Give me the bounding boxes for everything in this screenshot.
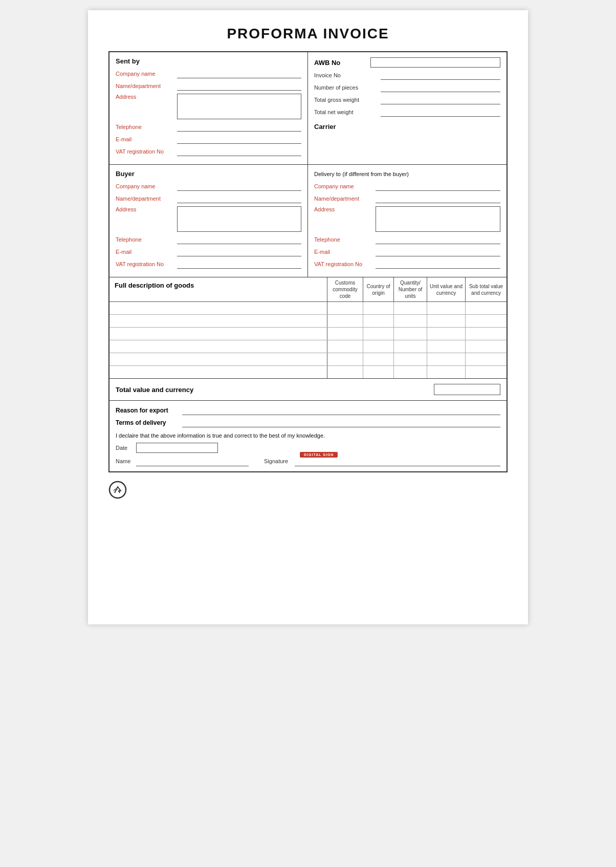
goods-customs-1[interactable] [327, 302, 363, 314]
col-country-header: Country of origin [363, 277, 394, 301]
goods-subtotal-2[interactable] [466, 315, 507, 327]
goods-subtotal-4[interactable] [466, 340, 507, 353]
sig-stamp: DIGITAL SIGN [300, 452, 338, 458]
vat-input-sent[interactable] [177, 147, 301, 156]
reason-input[interactable] [182, 406, 500, 415]
goods-customs-5[interactable] [327, 353, 363, 365]
telephone-label-delivery: Telephone [314, 236, 376, 243]
goods-desc-5[interactable] [109, 353, 327, 365]
goods-unitval-6[interactable] [427, 366, 465, 378]
reason-label: Reason for export [116, 407, 182, 414]
buyer-title: Buyer [116, 170, 301, 178]
address-label-buyer: Address [116, 206, 177, 212]
gross-weight-input[interactable] [381, 95, 500, 104]
goods-desc-header: Full description of goods [109, 277, 327, 301]
goods-row [109, 302, 507, 315]
telephone-label-sent: Telephone [116, 124, 177, 130]
goods-customs-4[interactable] [327, 340, 363, 353]
goods-desc-1[interactable] [109, 302, 327, 314]
goods-desc-6[interactable] [109, 366, 327, 378]
goods-unitval-5[interactable] [427, 353, 465, 365]
awb-label: AWB No [314, 59, 370, 67]
telephone-input-sent[interactable] [177, 122, 301, 132]
vat-label-delivery: VAT registration No [314, 261, 376, 267]
company-name-label-delivery: Company name [314, 183, 376, 189]
page-title: PROFORMA INVOICE [108, 26, 508, 42]
goods-quantity-3[interactable] [394, 328, 427, 340]
goods-unitval-1[interactable] [427, 302, 465, 314]
goods-country-3[interactable] [363, 328, 393, 340]
goods-quantity-4[interactable] [394, 340, 427, 353]
goods-country-6[interactable] [363, 366, 393, 378]
goods-row [109, 328, 507, 340]
goods-desc-2[interactable] [109, 315, 327, 327]
name-input[interactable] [136, 456, 249, 466]
email-input-delivery[interactable] [376, 247, 500, 256]
goods-subtotal-6[interactable] [466, 366, 507, 378]
goods-customs-2[interactable] [327, 315, 363, 327]
name-dept-input-buyer[interactable] [177, 194, 301, 203]
email-label-delivery: E-mail [314, 249, 376, 255]
goods-subtotal-5[interactable] [466, 353, 507, 365]
goods-row [109, 366, 507, 378]
name-dept-label-delivery: Name/department [314, 196, 376, 202]
goods-country-2[interactable] [363, 315, 393, 327]
goods-unitval-3[interactable] [427, 328, 465, 340]
signature-line: DIGITAL SIGN [295, 456, 500, 466]
telephone-input-buyer[interactable] [177, 235, 301, 244]
email-label-buyer: E-mail [116, 249, 177, 255]
net-weight-input[interactable] [381, 107, 500, 117]
email-input-sent[interactable] [177, 135, 301, 144]
email-input-buyer[interactable] [177, 247, 301, 256]
invoice-no-input[interactable] [381, 71, 500, 80]
goods-quantity-5[interactable] [394, 353, 427, 365]
goods-quantity-6[interactable] [394, 366, 427, 378]
goods-quantity-2[interactable] [394, 315, 427, 327]
col-quantity-header: Quantity/ Number of units [394, 277, 427, 301]
goods-subtotal-1[interactable] [466, 302, 507, 314]
goods-customs-6[interactable] [327, 366, 363, 378]
address-label-delivery: Address [314, 206, 376, 212]
sent-by-title: Sent by [116, 57, 301, 65]
vat-input-delivery[interactable] [376, 259, 500, 269]
col-customs-header: Customs commodity code [327, 277, 363, 301]
pieces-label: Number of pieces [314, 84, 381, 91]
goods-country-1[interactable] [363, 302, 393, 314]
goods-unitval-4[interactable] [427, 340, 465, 353]
goods-country-4[interactable] [363, 340, 393, 353]
company-name-input-sent[interactable] [177, 69, 301, 78]
pieces-input[interactable] [381, 83, 500, 92]
name-dept-input-sent[interactable] [177, 81, 301, 91]
name-label: Name [116, 458, 136, 464]
awb-input[interactable] [370, 57, 500, 68]
goods-quantity-1[interactable] [394, 302, 427, 314]
goods-desc-3[interactable] [109, 328, 327, 340]
gross-weight-label: Total gross weight [314, 97, 381, 103]
goods-country-5[interactable] [363, 353, 393, 365]
goods-unitval-2[interactable] [427, 315, 465, 327]
total-input[interactable] [434, 384, 500, 395]
telephone-input-delivery[interactable] [376, 235, 500, 244]
vat-input-buyer[interactable] [177, 259, 301, 269]
address-input-delivery[interactable] [376, 206, 500, 232]
terms-input[interactable] [182, 418, 500, 427]
company-name-input-buyer[interactable] [177, 182, 301, 191]
total-label: Total value and currency [116, 386, 434, 394]
name-dept-input-delivery[interactable] [376, 194, 500, 203]
invoice-no-label: Invoice No [314, 72, 381, 78]
address-input-buyer[interactable] [177, 206, 301, 232]
goods-subtotal-3[interactable] [466, 328, 507, 340]
date-label: Date [116, 445, 136, 451]
signature-label: Signature [264, 458, 295, 464]
goods-customs-3[interactable] [327, 328, 363, 340]
name-dept-label-buyer: Name/department [116, 196, 177, 202]
company-name-input-delivery[interactable] [376, 182, 500, 191]
goods-row [109, 353, 507, 366]
col-subtotal-header: Sub total value and currency [466, 277, 507, 301]
goods-desc-4[interactable] [109, 340, 327, 353]
address-input-sent[interactable] [177, 94, 301, 119]
vat-label-buyer: VAT registration No [116, 261, 177, 267]
date-input[interactable] [136, 443, 218, 453]
name-dept-label-sent: Name/department [116, 83, 177, 89]
col-unitval-header: Unit value and currency [427, 277, 466, 301]
